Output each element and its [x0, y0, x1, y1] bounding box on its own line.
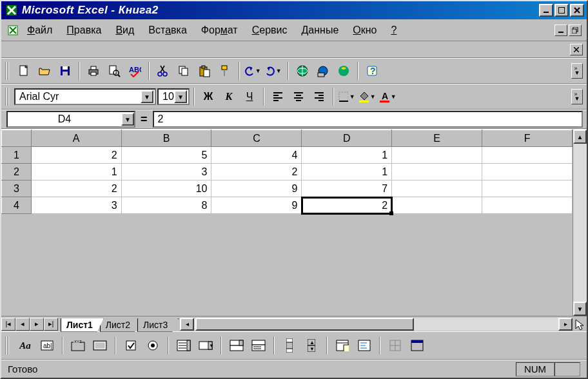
cell[interactable]: 2 — [211, 164, 302, 180]
combo-list-icon[interactable] — [227, 336, 246, 355]
font-name-dropdown[interactable]: ▼ — [141, 90, 153, 103]
checkbox-icon[interactable] — [121, 336, 141, 355]
scroll-track[interactable] — [194, 318, 558, 331]
cell[interactable]: 5 — [121, 147, 211, 164]
paste-icon[interactable] — [195, 61, 214, 81]
listbox-icon[interactable] — [174, 336, 193, 355]
align-center-icon[interactable] — [289, 87, 308, 106]
tab-nav-prev[interactable]: ◂ — [15, 318, 30, 331]
hyperlink-icon[interactable] — [293, 61, 312, 81]
help-icon[interactable]: ? — [362, 61, 382, 81]
doc-restore-button[interactable] — [569, 24, 582, 36]
sheet-tab[interactable]: Лист1 — [61, 318, 104, 332]
cell[interactable]: 10 — [121, 180, 211, 197]
scroll-right-button[interactable]: ▸ — [558, 318, 573, 331]
scroll-down-button[interactable]: ▼ — [573, 302, 587, 316]
cell[interactable] — [392, 197, 482, 214]
tab-nav-last[interactable]: ▸| — [44, 318, 58, 331]
open-icon[interactable] — [35, 61, 54, 81]
cell[interactable]: 2 — [302, 197, 392, 214]
new-icon[interactable] — [14, 61, 34, 81]
toolbar-grip[interactable] — [5, 62, 10, 80]
column-header[interactable]: E — [392, 130, 482, 147]
workbook-icon[interactable] — [6, 24, 19, 37]
formula-equals-icon[interactable]: = — [135, 113, 153, 126]
cell[interactable] — [392, 147, 482, 164]
underline-button[interactable]: Ч — [240, 87, 259, 106]
redo-icon[interactable]: ▼ — [264, 61, 284, 81]
row-header[interactable]: 3 — [2, 180, 32, 197]
cell[interactable]: 2 — [31, 147, 121, 164]
cell[interactable]: 1 — [31, 164, 121, 180]
cell[interactable] — [482, 197, 573, 214]
combo-dropdown-icon[interactable] — [249, 336, 268, 355]
scroll-up-button[interactable]: ▲ — [573, 130, 587, 144]
cell[interactable]: 9 — [211, 180, 302, 197]
menu-help[interactable]: ? — [384, 23, 403, 37]
row-header[interactable]: 1 — [2, 147, 32, 164]
name-box-dropdown[interactable]: ▼ — [121, 113, 134, 126]
grid-settings-icon[interactable] — [386, 336, 405, 355]
sheet-tab[interactable]: Лист3 — [137, 318, 179, 332]
menu-file[interactable]: Файл — [21, 23, 59, 37]
menu-tools[interactable]: Сервис — [246, 23, 294, 37]
italic-button[interactable]: К — [219, 87, 239, 106]
column-header[interactable]: B — [121, 130, 211, 147]
scroll-left-button[interactable]: ◂ — [180, 318, 194, 331]
cell[interactable]: 3 — [121, 164, 211, 180]
cut-icon[interactable] — [153, 61, 173, 81]
textbox-icon[interactable]: ab| — [37, 336, 57, 355]
tab-nav-first[interactable]: |◂ — [1, 318, 15, 331]
print-icon[interactable] — [84, 61, 103, 81]
column-header[interactable]: A — [31, 130, 121, 147]
row-header[interactable]: 2 — [2, 164, 32, 180]
run-dialog-icon[interactable] — [407, 336, 427, 355]
groupbox-icon[interactable]: XYZ — [68, 336, 88, 355]
toolbar-grip[interactable] — [5, 336, 10, 355]
scroll-track[interactable] — [573, 144, 587, 302]
name-box[interactable]: D4 ▼ — [6, 111, 135, 128]
save-icon[interactable] — [55, 61, 75, 81]
column-header[interactable]: C — [211, 130, 302, 147]
cell[interactable]: 3 — [31, 197, 121, 214]
spinner-icon[interactable]: ▲▼ — [302, 336, 321, 355]
cell[interactable]: 4 — [211, 147, 302, 164]
horizontal-scrollbar[interactable]: ◂ ▸ — [180, 318, 573, 331]
sheet-tab[interactable]: Лист2 — [100, 318, 141, 332]
tab-nav-next[interactable]: ▸ — [30, 318, 44, 331]
spellcheck-icon[interactable]: ABC — [125, 61, 144, 81]
web-toolbar-icon[interactable] — [313, 61, 333, 81]
align-right-icon[interactable] — [309, 87, 329, 106]
toolbar-more-icon[interactable]: »▼ — [571, 63, 583, 79]
doc-close-button[interactable] — [570, 44, 583, 55]
minimize-button[interactable] — [539, 4, 553, 17]
font-color-icon[interactable]: А▼ — [379, 87, 398, 106]
cell[interactable]: 1 — [302, 164, 392, 180]
properties-icon[interactable] — [333, 336, 352, 355]
toolbar-more-icon[interactable]: »▼ — [571, 89, 583, 104]
label-icon[interactable]: Aa — [15, 336, 35, 355]
cell[interactable] — [392, 164, 482, 180]
radio-icon[interactable] — [143, 336, 162, 355]
menu-view[interactable]: Вид — [109, 23, 141, 37]
cell[interactable] — [392, 180, 482, 197]
print-preview-icon[interactable] — [104, 61, 124, 81]
formula-bar[interactable]: 2 — [153, 111, 583, 128]
menu-window[interactable]: Окно — [346, 23, 383, 37]
doc-minimize-button[interactable] — [554, 24, 567, 36]
spreadsheet-grid[interactable]: ABCDEF 125412132132109743892 — [1, 130, 573, 214]
scrollbar-icon[interactable] — [280, 336, 299, 355]
menu-format[interactable]: Формат — [195, 23, 244, 37]
menu-data[interactable]: Данные — [295, 23, 345, 37]
maximize-button[interactable] — [554, 4, 569, 17]
column-header[interactable]: F — [482, 130, 573, 147]
combobox-icon[interactable]: ▼ — [196, 336, 215, 355]
toolbar-grip[interactable] — [5, 88, 10, 106]
scroll-thumb[interactable] — [195, 318, 414, 331]
cell[interactable] — [482, 180, 573, 197]
font-size-dropdown[interactable]: ▼ — [174, 90, 187, 103]
code-icon[interactable] — [355, 336, 374, 355]
font-size-combo[interactable]: 10 ▼ — [157, 88, 190, 105]
cell[interactable]: 8 — [121, 197, 211, 214]
format-painter-icon[interactable] — [215, 61, 235, 81]
